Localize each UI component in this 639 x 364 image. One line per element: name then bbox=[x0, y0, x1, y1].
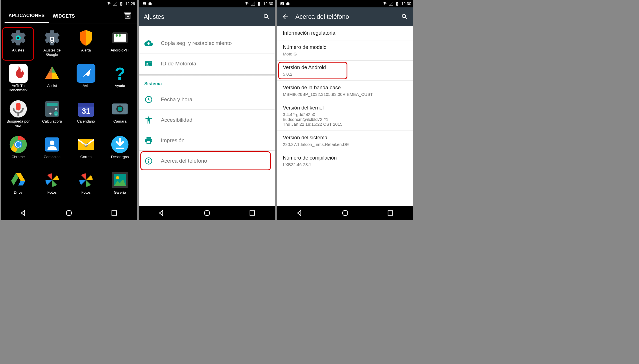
battery-charging-icon bbox=[395, 1, 400, 6]
flame-icon bbox=[9, 64, 28, 83]
nav-back[interactable] bbox=[296, 209, 304, 217]
about-primary: Versión de la banda base bbox=[283, 85, 407, 91]
nav-back[interactable] bbox=[20, 209, 28, 217]
nav-recent[interactable] bbox=[110, 209, 118, 217]
app-chrome[interactable]: Chrome bbox=[1, 133, 35, 168]
svg-point-50 bbox=[204, 210, 210, 216]
app-grid[interactable]: AjustesgAjustes de GoogleAlertaAndroidPI… bbox=[1, 24, 137, 206]
app-calendario[interactable]: 31Calendario bbox=[69, 97, 103, 133]
svg-rect-20 bbox=[78, 103, 94, 107]
svg-rect-13 bbox=[46, 103, 58, 106]
app-drive[interactable]: Drive bbox=[1, 168, 35, 204]
app-avl[interactable]: AVL bbox=[69, 62, 103, 97]
app-label: Calculadora bbox=[42, 119, 62, 124]
about-banda-base[interactable]: Versión de la banda baseMSM8626BP_1032.3… bbox=[277, 81, 413, 101]
setting-acerca[interactable]: Acerca del teléfono bbox=[139, 151, 275, 171]
nav-home[interactable] bbox=[65, 209, 73, 217]
mic-icon bbox=[9, 100, 28, 118]
about-secondary: MSM8626BP_1032.3105.93.00R EMEA_CUST bbox=[283, 92, 407, 97]
photos-icon bbox=[43, 171, 62, 189]
androidpit-icon bbox=[110, 28, 129, 47]
tab-applications[interactable]: APLICACIONES bbox=[5, 8, 49, 23]
nav-bar bbox=[277, 206, 413, 220]
search-icon[interactable] bbox=[401, 13, 408, 20]
app-camara[interactable]: Cámara bbox=[103, 97, 137, 133]
mail-icon: @ bbox=[77, 135, 95, 154]
tab-widgets[interactable]: WIDGETS bbox=[49, 9, 79, 22]
svg-text:g: g bbox=[50, 34, 54, 43]
app-galeria[interactable]: Galería bbox=[103, 168, 137, 204]
svg-text:−: − bbox=[49, 106, 52, 111]
status-bar: 12:29 bbox=[1, 0, 137, 7]
svg-text:×: × bbox=[54, 106, 57, 111]
app-fotos1[interactable]: Fotos bbox=[35, 168, 69, 204]
nav-recent[interactable] bbox=[386, 209, 394, 217]
app-ajustes[interactable]: Ajustes bbox=[1, 26, 35, 62]
app-ayuda[interactable]: ?Ayuda bbox=[103, 62, 137, 97]
app-correo[interactable]: @Correo bbox=[69, 133, 103, 168]
triangle-colors-icon bbox=[43, 64, 62, 83]
about-android-ver[interactable]: Versión de Android5.0.2 bbox=[277, 61, 413, 81]
setting-accesibilidad[interactable]: Accesibilidad bbox=[139, 110, 275, 130]
app-busqueda-voz[interactable]: Búsqueda por voz bbox=[1, 97, 35, 133]
app-androidpit[interactable]: AndroidPIT bbox=[103, 26, 137, 62]
app-alerta[interactable]: Alerta bbox=[69, 26, 103, 62]
svg-rect-34 bbox=[116, 148, 124, 149]
search-icon[interactable] bbox=[263, 13, 270, 20]
gear-g-icon: g bbox=[43, 28, 62, 47]
setting-copia[interactable]: Copia seg. y restablecimiento bbox=[139, 33, 275, 53]
about-toolbar: Acerca del teléfono bbox=[277, 7, 413, 26]
app-descargas[interactable]: Descargas bbox=[103, 133, 137, 168]
about-primary: Número de modelo bbox=[283, 44, 407, 50]
section-header-sistema: Sistema bbox=[139, 76, 275, 89]
svg-point-7 bbox=[119, 34, 121, 37]
play-store-icon[interactable] bbox=[122, 10, 134, 22]
about-sistema[interactable]: Versión del sistema220.27.1.falcon_umts.… bbox=[277, 131, 413, 151]
setting-motoid[interactable]: ID de Motorola bbox=[139, 53, 275, 74]
about-list[interactable]: Información regulatoriaNúmero de modeloM… bbox=[277, 26, 413, 206]
svg-text:?: ? bbox=[115, 64, 125, 83]
cloud-up-icon bbox=[144, 39, 153, 47]
setting-impresion[interactable]: Impresión bbox=[139, 130, 275, 151]
phone-app-drawer: 12:29 APLICACIONES WIDGETS AjustesgAjust… bbox=[1, 0, 137, 220]
app-assist[interactable]: Assist bbox=[35, 62, 69, 97]
calculator-icon: −×+= bbox=[43, 100, 62, 118]
nav-back[interactable] bbox=[158, 209, 166, 217]
image-icon bbox=[280, 1, 284, 6]
image-icon bbox=[142, 1, 147, 6]
accessibility-icon bbox=[144, 116, 153, 124]
app-label: Fotos bbox=[81, 191, 91, 195]
nav-home[interactable] bbox=[203, 209, 211, 217]
app-contactos[interactable]: Contactos bbox=[35, 133, 69, 168]
nav-recent[interactable] bbox=[248, 209, 256, 217]
setting-label: Fecha y hora bbox=[161, 96, 192, 103]
svg-point-38 bbox=[66, 210, 72, 216]
setting-fechahora[interactable]: Fecha y hora bbox=[139, 89, 275, 110]
app-label: Chrome bbox=[11, 155, 25, 159]
about-primary: Número de compilación bbox=[283, 155, 407, 161]
app-label: Descargas bbox=[110, 155, 129, 159]
phone-settings: 12:30 Ajustes Copia seg. y restablecimie… bbox=[139, 0, 275, 220]
svg-rect-52 bbox=[280, 2, 284, 5]
shield-orange-icon bbox=[77, 28, 95, 47]
app-calculadora[interactable]: −×+=Calculadora bbox=[35, 97, 69, 133]
about-info-reg[interactable]: Información regulatoria bbox=[277, 26, 413, 40]
about-kernel[interactable]: Versión del kernel3.4.42-gdd242b0 hudson… bbox=[277, 101, 413, 131]
about-compilacion[interactable]: Número de compilaciónLXB22.46-28.1 bbox=[277, 151, 413, 171]
gallery-icon bbox=[110, 171, 129, 189]
back-arrow-icon[interactable] bbox=[282, 13, 289, 20]
app-fotos2[interactable]: Fotos bbox=[69, 168, 103, 204]
download-icon bbox=[110, 135, 129, 154]
settings-list[interactable]: Copia seg. y restablecimientoID de Motor… bbox=[139, 26, 275, 206]
about-modelo[interactable]: Número de modeloMoto G bbox=[277, 40, 413, 61]
setting-label: Impresión bbox=[161, 137, 185, 144]
app-label: AVL bbox=[82, 84, 90, 88]
about-secondary: Moto G bbox=[283, 51, 407, 56]
svg-rect-43 bbox=[149, 63, 151, 63]
nav-home[interactable] bbox=[341, 209, 349, 217]
svg-point-30 bbox=[50, 140, 54, 145]
app-ajustes-google[interactable]: gAjustes de Google bbox=[35, 26, 69, 62]
app-label: Drive bbox=[13, 191, 23, 195]
settings-toolbar: Ajustes bbox=[139, 7, 275, 26]
app-antutu[interactable]: AnTuTu Benchmark bbox=[1, 62, 35, 97]
